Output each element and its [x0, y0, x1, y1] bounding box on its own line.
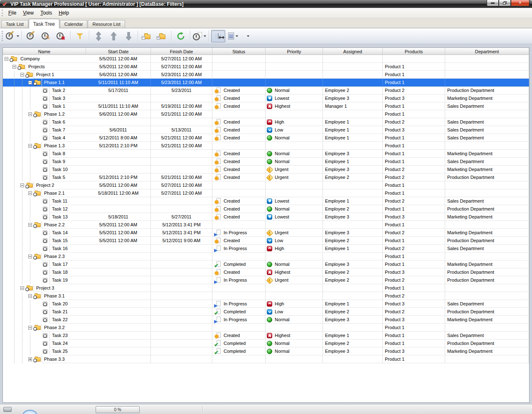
- column-header-priority[interactable]: Priority: [266, 48, 323, 55]
- column-header-status[interactable]: Status: [212, 48, 266, 55]
- tree-task-row-task-22[interactable]: Task 22▶In ProgressNormalEmployee 3Produ…: [3, 316, 529, 324]
- tree-group-row-phase-2.2[interactable]: Phase 2.25/5/2011 12:00 AM5/12/2011 3:41…: [3, 221, 529, 229]
- tree-guide-line: [14, 205, 15, 213]
- tree-task-row-task-13[interactable]: Task 135/18/20115/27/2011✹CreatedLowestE…: [3, 213, 529, 221]
- tab-resource-list[interactable]: Resource List: [88, 20, 125, 28]
- completed-icon: ✔: [214, 348, 221, 355]
- tab-calendar[interactable]: Calendar: [60, 20, 88, 28]
- column-header-assigned[interactable]: Assigned: [323, 48, 383, 55]
- minimize-button[interactable]: [487, 0, 499, 6]
- tree-task-row-task-6[interactable]: Task 6✹CreatedHighEmployee 1Product 2Sal…: [3, 118, 529, 126]
- customize-columns-button[interactable]: [226, 30, 240, 42]
- tree-task-row-task-12[interactable]: Task 12✹CreatedNormalEmployee 2Product 1…: [3, 205, 529, 213]
- tree-guide-line: [22, 126, 22, 134]
- collapse-node-icon[interactable]: [5, 57, 8, 61]
- menu-item-file[interactable]: File: [5, 9, 20, 17]
- duplicate-task-button[interactable]: [192, 30, 207, 42]
- collapse-node-icon[interactable]: [28, 191, 32, 195]
- menu-item-tools[interactable]: Tools: [37, 9, 55, 17]
- column-header-products[interactable]: Products: [383, 48, 445, 55]
- tree-task-row-task-10[interactable]: Task 10✹Created!UrgentEmployee 3Product …: [3, 166, 529, 174]
- fit-columns-button[interactable]: [211, 30, 225, 42]
- tree-task-row-task-5[interactable]: Task 55/12/2011 2:10 PM5/21/2011 12:00 A…: [3, 174, 529, 181]
- tree-group-row-company[interactable]: Company5/5/2011 12:00 AM5/27/2011 12:00 …: [3, 55, 529, 63]
- tree-guide-line: [14, 118, 15, 126]
- toolbar-drag-handle[interactable]: [2, 31, 3, 42]
- tree-task-row-task-20[interactable]: Task 20▶In ProgressHighEmployee 1Product…: [3, 300, 529, 308]
- column-header-start-date[interactable]: Start Date: [86, 48, 151, 55]
- tree-group-row-project-1[interactable]: Project 15/6/2011 12:00 AM5/23/2011 12:0…: [3, 71, 529, 79]
- tree-task-row-task-3[interactable]: Task 3✹CreatedLowestEmployee 3Product 3M…: [3, 94, 529, 102]
- tree-group-row-phase-1.2[interactable]: Phase 1.25/6/2011 12:00 AM5/21/2011 12:0…: [3, 110, 529, 118]
- tree-group-row-phase-1.3[interactable]: Phase 1.35/12/2011 2:10 PM5/21/2011 12:0…: [3, 142, 529, 150]
- tree-task-row-task-15[interactable]: Task 155/5/2011 12:00 AM5/12/2011 9:00 A…: [3, 237, 529, 245]
- tree-task-row-task-8[interactable]: Task 8✹CreatedNormalEmployee 3Product 1M…: [3, 150, 529, 158]
- tab-task-tree[interactable]: Task Tree: [29, 19, 59, 28]
- tree-group-row-phase-3.2[interactable]: Phase 3.2Product 1: [3, 324, 529, 332]
- tree-group-row-projects[interactable]: Projects5/5/2011 12:00 AM5/27/2011 12:00…: [3, 63, 529, 71]
- toolbar-overflow-button[interactable]: [241, 30, 255, 42]
- tree-group-row-project-2[interactable]: Project 25/5/2011 12:00 AM5/27/2011 12:0…: [3, 181, 529, 189]
- tree-group-row-phase-3.1[interactable]: Phase 3.1Product 2: [3, 292, 529, 300]
- column-header-finish-date[interactable]: Finish Date: [151, 48, 212, 55]
- name-cell: Task 12: [3, 205, 86, 213]
- tree-task-row-task-21[interactable]: Task 21✔CompletedLowEmployee 2Product 2P…: [3, 308, 529, 316]
- column-header-name[interactable]: Name: [3, 48, 86, 55]
- new-task-button[interactable]: [5, 30, 20, 42]
- expand-all-button[interactable]: +: [155, 30, 169, 42]
- delete-task-button[interactable]: ✖: [54, 30, 68, 42]
- tree-task-row-task-19[interactable]: Task 19▶In Progress!UrgentEmployee 2Prod…: [3, 276, 529, 284]
- tab-task-list[interactable]: Task List: [1, 20, 28, 28]
- collapse-node-icon[interactable]: [28, 223, 32, 227]
- tree-task-row-task-18[interactable]: Task 18✹CreatedHighestEmployee 2Product …: [3, 268, 529, 276]
- tree-task-row-task-25[interactable]: Task 25✔CompletedNormalEmployee 3Product…: [3, 347, 529, 355]
- collapse-node-icon[interactable]: [28, 326, 32, 330]
- menu-item-help[interactable]: Help: [55, 9, 72, 17]
- expand-node-icon[interactable]: [28, 357, 32, 361]
- collapse-node-icon[interactable]: [28, 255, 32, 258]
- tree-task-row-task-9[interactable]: Task 9✹CreatedNormalEmployee 1Product 1S…: [3, 158, 529, 166]
- tree-task-row-task-4[interactable]: Task 45/12/2011 8:00 AM5/21/2011 12:00 A…: [3, 134, 529, 142]
- tree-task-row-task-14[interactable]: Task 145/5/2011 12:00 AM5/12/2011 3:41 P…: [3, 229, 529, 237]
- collapse-node-icon[interactable]: [28, 81, 32, 84]
- tree-task-row-task-24[interactable]: Task 24✔CompletedNormalEmployee 2Product…: [3, 340, 529, 347]
- tree-group-row-phase-1.1[interactable]: Phase 1.15/11/2011 11:10 AM5/23/2011 12:…: [3, 79, 529, 87]
- assigned-cell: Employee 1: [323, 197, 383, 205]
- collapse-node-icon[interactable]: [20, 286, 24, 290]
- move-down-button[interactable]: [121, 30, 135, 42]
- collapse-node-icon[interactable]: [20, 73, 24, 77]
- collapse-node-icon[interactable]: [20, 183, 24, 187]
- tree-group-row-phase-2.1[interactable]: Phase 2.15/18/2011 12:00 AM5/27/2011 12:…: [3, 189, 529, 197]
- collapse-node-icon[interactable]: [28, 294, 32, 298]
- menu-drag-handle[interactable]: [2, 10, 3, 17]
- tree-indent: [3, 245, 49, 253]
- created-icon: ✹: [214, 174, 221, 181]
- move-up-button[interactable]: [106, 30, 121, 42]
- filter-button[interactable]: [73, 30, 87, 42]
- new-subtask-button[interactable]: [24, 30, 38, 42]
- refresh-button[interactable]: [174, 30, 188, 42]
- menu-item-view[interactable]: View: [20, 9, 37, 17]
- collapse-all-button[interactable]: −: [140, 30, 154, 42]
- edit-task-button[interactable]: ✎: [39, 30, 53, 42]
- tree-group-row-phase-3.3[interactable]: Phase 3.3Product 1: [3, 355, 529, 363]
- tree-group-row-phase-2.3[interactable]: Phase 2.3Product 1: [3, 253, 529, 260]
- tree-task-row-task-2[interactable]: Task 25/17/20115/23/2011✹CreatedNormalEm…: [3, 87, 529, 94]
- priority-cell: [266, 142, 323, 150]
- move-task-button[interactable]: [91, 30, 106, 42]
- tree-group-row-project-3[interactable]: Project 3Product 1: [3, 284, 529, 292]
- column-header-department[interactable]: Department: [445, 48, 529, 55]
- collapse-node-icon[interactable]: [28, 112, 32, 116]
- tree-task-row-task-17[interactable]: Task 17✔CompletedNormalEmployee 3Product…: [3, 260, 529, 268]
- close-button[interactable]: ×: [511, 0, 530, 6]
- start-date-cell: [86, 276, 151, 284]
- tree-task-row-task-1[interactable]: Task 15/11/2011 11:10 AM5/19/2011 12:00 …: [3, 102, 529, 110]
- collapse-node-icon[interactable]: [28, 144, 32, 148]
- collapse-node-icon[interactable]: [12, 65, 16, 69]
- tree-task-row-task-23[interactable]: Task 23✹CreatedHighestEmployee 1Product …: [3, 332, 529, 340]
- tree-task-row-task-16[interactable]: Task 16▶In ProgressHighEmployee 1Product…: [3, 245, 529, 253]
- restore-button[interactable]: [499, 0, 511, 6]
- window-title: VIP Task Manager Professional [ User: Ad…: [10, 1, 184, 7]
- tree-task-row-task-7[interactable]: Task 75/6/20115/13/2011✹CreatedLowEmploy…: [3, 126, 529, 134]
- tree-task-row-task-11[interactable]: Task 11✹CreatedLowestEmployee 1Product 2…: [3, 197, 529, 205]
